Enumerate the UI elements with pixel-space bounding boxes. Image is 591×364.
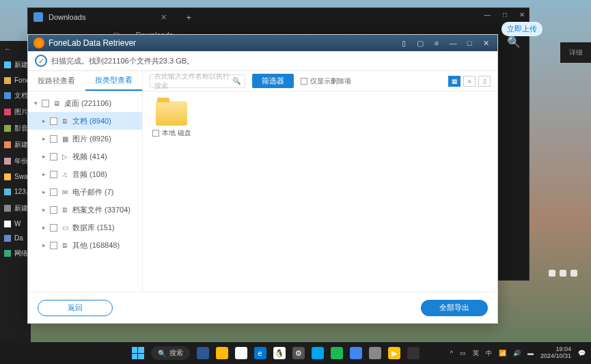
taskbar: 🔍搜索 Ge🐧⚙▶ ^ ▭ 英 中 📶 🔊 ▬ 19:042024/10/31 …: [0, 342, 591, 364]
panel-item[interactable]: 新建: [0, 137, 31, 153]
start-button[interactable]: [132, 347, 144, 359]
explorer-title-text: Downloads: [49, 13, 85, 21]
check-icon: ✓: [35, 55, 47, 67]
panel-item[interactable]: 123盘: [0, 184, 31, 200]
explorer-titlebar[interactable]: Downloads ✕ + — □ ✕: [28, 8, 529, 26]
panel-item[interactable]: 网络: [0, 245, 31, 262]
folder-icon: [156, 101, 187, 126]
category-sidebar: 按路径查看 按类型查看 ▾🖥桌面 (221106)▸🗎文档 (8940)▸▦图片…: [28, 71, 143, 292]
wc-a[interactable]: ▯: [398, 38, 410, 48]
view-grid-button[interactable]: ▦: [448, 76, 461, 87]
panel-item[interactable]: 新建: [0, 200, 31, 216]
fonelab-logo-icon: [33, 38, 44, 48]
folder-checkbox[interactable]: [152, 130, 159, 137]
fonelab-title-text: FoneLab Data Retriever: [49, 38, 136, 48]
file-grid[interactable]: 本地 磁盘: [143, 92, 497, 292]
footer-bar: 返回 全部导出: [28, 292, 497, 323]
back-button[interactable]: 返回: [38, 300, 113, 316]
wc-b[interactable]: ▢: [414, 38, 426, 48]
tree-node[interactable]: ▸🗎档案文件 (33704): [28, 201, 142, 219]
taskbar-search[interactable]: 🔍搜索: [151, 346, 190, 360]
panel-item[interactable]: FoneLa: [0, 73, 31, 87]
close-button[interactable]: ✕: [519, 11, 525, 18]
file-search-input[interactable]: 在此输入文件名称以执行搜索 🔍: [150, 74, 245, 88]
tab-by-path[interactable]: 按路径查看: [28, 71, 85, 91]
export-all-button[interactable]: 全部导出: [421, 300, 488, 316]
tab-close-icon[interactable]: ✕: [161, 13, 167, 22]
new-tab-button[interactable]: +: [186, 12, 191, 23]
tree-node[interactable]: ▸♫音频 (108): [28, 165, 142, 183]
search-icon[interactable]: 🔍: [232, 77, 240, 85]
tree-root[interactable]: ▾🖥桌面 (221106): [28, 94, 142, 112]
tree-node[interactable]: ▸▦图片 (8926): [28, 130, 142, 148]
panel-item[interactable]: 影音: [0, 120, 31, 137]
taskbar-app-icon[interactable]: [350, 347, 362, 359]
tree-node[interactable]: ▸✉电子邮件 (7): [28, 183, 142, 201]
maximize-button[interactable]: □: [503, 11, 507, 18]
show-deleted-checkbox[interactable]: 仅显示删除项: [301, 76, 351, 86]
desktop-widget[interactable]: [549, 270, 577, 277]
tab-by-type[interactable]: 按类型查看: [85, 71, 143, 91]
tray-lang[interactable]: 英: [473, 349, 479, 358]
taskbar-app-icon[interactable]: [369, 347, 381, 359]
tray-net-icon[interactable]: ▭: [460, 350, 466, 356]
taskbar-app-icon[interactable]: G: [235, 347, 247, 359]
tray-ime[interactable]: 中: [486, 349, 492, 358]
taskbar-app-icon[interactable]: ▶: [388, 347, 400, 359]
folder-label: 本地 磁盘: [162, 128, 191, 138]
view-list-button[interactable]: ≡: [463, 76, 476, 87]
tray-wifi-icon[interactable]: 📶: [499, 350, 506, 356]
taskbar-app-icon[interactable]: [197, 347, 209, 359]
tree-node[interactable]: ▸🗎其他 (168848): [28, 236, 142, 254]
taskbar-app-icon[interactable]: 🐧: [273, 347, 286, 359]
tray-battery-icon[interactable]: ▬: [527, 350, 534, 356]
taskbar-app-icon[interactable]: [312, 347, 324, 359]
taskbar-app-icon[interactable]: ⚙: [292, 347, 305, 359]
filter-button[interactable]: 筛选器: [252, 74, 294, 88]
panel-item[interactable]: Da: [0, 231, 31, 245]
folder-item[interactable]: 本地 磁盘: [152, 101, 191, 138]
fonelab-window: FoneLab Data Retriever ▯ ▢ ≡ — □ ✕ ✓ 扫描完…: [27, 34, 498, 324]
minimize-button[interactable]: —: [447, 38, 459, 48]
downloads-icon: [33, 12, 43, 22]
scan-status-bar: ✓ 扫描完成。找到221106个文件共23.3 GB。: [28, 51, 497, 70]
fonelab-titlebar[interactable]: FoneLab Data Retriever ▯ ▢ ≡ — □ ✕: [28, 35, 497, 51]
tree-node[interactable]: ▸▭数据库 (151): [28, 219, 142, 236]
taskbar-app-icon[interactable]: [331, 347, 343, 359]
taskbar-app-icon[interactable]: e: [254, 347, 266, 359]
os-side-panel: ← 新建 FoneLa文档图片影音新建年份Swap123盘新建WDa网络: [0, 41, 31, 348]
notification-icon[interactable]: 💬: [578, 350, 586, 356]
search-icon[interactable]: 🔍: [507, 36, 521, 48]
content-toolbar: 在此输入文件名称以执行搜索 🔍 筛选器 仅显示删除项 ▦ ≡ ▯: [143, 71, 497, 92]
scan-status-text: 扫描完成。找到221106个文件共23.3 GB。: [51, 56, 194, 66]
minimize-button[interactable]: —: [484, 11, 491, 18]
tray-volume-icon[interactable]: 🔊: [513, 350, 521, 356]
panel-back-icon[interactable]: ←: [0, 41, 31, 57]
upload-badge[interactable]: 立即上传: [501, 22, 542, 36]
panel-item[interactable]: 年份: [0, 153, 31, 169]
view-detail-button[interactable]: ▯: [478, 76, 491, 87]
taskbar-clock[interactable]: 19:042024/10/31: [540, 346, 571, 360]
taskbar-app-icon[interactable]: [407, 347, 420, 359]
panel-item[interactable]: Swap: [0, 169, 31, 184]
panel-item[interactable]: W: [0, 216, 31, 231]
explorer-details-toggle[interactable]: 详细: [560, 42, 591, 63]
maximize-button[interactable]: □: [463, 38, 476, 48]
panel-item[interactable]: 图片: [0, 104, 31, 120]
close-button[interactable]: ✕: [480, 38, 492, 48]
tree-node[interactable]: ▸▷视频 (414): [28, 148, 142, 165]
checkbox-icon[interactable]: [301, 78, 307, 85]
tray-overflow-icon[interactable]: ^: [450, 350, 453, 356]
explorer-window-controls: — □ ✕: [484, 11, 525, 18]
panel-new[interactable]: 新建: [0, 57, 31, 73]
wc-c[interactable]: ≡: [430, 38, 443, 48]
tree-node[interactable]: ▸🗎文档 (8940): [28, 112, 142, 130]
taskbar-app-icon[interactable]: [216, 347, 228, 359]
panel-item[interactable]: 文档: [0, 87, 31, 104]
